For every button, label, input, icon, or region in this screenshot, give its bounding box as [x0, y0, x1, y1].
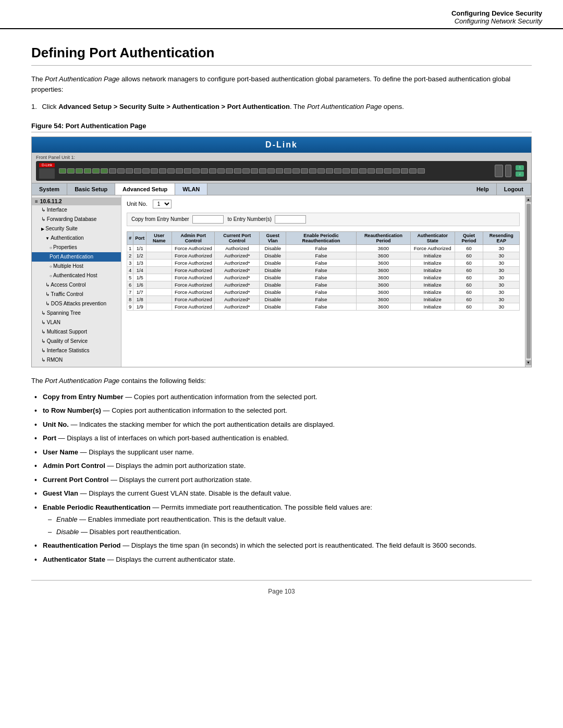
table-cell: 1/5 [133, 274, 146, 281]
sidebar-item-authentication[interactable]: Authentication [32, 233, 121, 243]
table-cell: 3600 [356, 244, 410, 252]
sidebar-item-rmon[interactable]: ↳ RMON [32, 355, 121, 365]
nav-system[interactable]: System [32, 183, 67, 195]
table-cell: 3600 [356, 274, 410, 281]
sub-bullet-item: Disable — Disables port reauthentication… [48, 527, 532, 537]
table-cell: False [286, 259, 357, 266]
table-row: 11/1Force AuthorizedAuthorizedDisableFal… [127, 244, 520, 252]
unit-label: Unit No. [127, 201, 148, 207]
table-cell [146, 303, 172, 310]
col-header-port: Port [133, 231, 146, 244]
screenshot-box: D-Link Front Panel Unit 1: D-Link [31, 137, 532, 367]
bullet-item: Current Port Control — Displays the curr… [31, 475, 532, 485]
table-cell: 3600 [356, 303, 410, 310]
scroll-up[interactable]: ▲ [526, 197, 531, 202]
nav-logout[interactable]: Logout [497, 183, 531, 195]
table-cell: 3600 [356, 281, 410, 288]
table-row: 71/7Force AuthorizedAuthorized*DisableFa… [127, 288, 520, 295]
sidebar-ip: ≡ 10.6.11.2 [32, 198, 121, 205]
col-header-guest: Guest Vlan [260, 231, 286, 244]
table-cell: Disable [260, 244, 286, 252]
unit-select[interactable]: 1 [153, 200, 172, 208]
table-cell: Authorized* [215, 252, 260, 259]
table-cell: 1 [127, 244, 133, 252]
front-panel: Front Panel Unit 1: D-Link [32, 153, 531, 183]
table-cell: 30 [483, 259, 520, 266]
table-cell: Authorized [215, 244, 260, 252]
bullet-item: Reauthentication Period — Displays the t… [31, 540, 532, 551]
table-cell: Force Authorized [172, 303, 215, 310]
table-cell: False [286, 288, 357, 295]
bullet-list: Copy from Entry Number — Copies port aut… [31, 392, 532, 565]
nav-basic-setup[interactable]: Basic Setup [67, 183, 115, 195]
table-row: 41/4Force AuthorizedAuthorized*DisableFa… [127, 266, 520, 274]
col-header-user: User Name [146, 231, 172, 244]
table-cell: 60 [455, 244, 483, 252]
nav-wlan[interactable]: WLAN [175, 183, 207, 195]
bullet-item: Enable Periodic Reauthentication — Permi… [31, 502, 532, 537]
page-footer: Page 103 [31, 580, 532, 600]
sidebar-item-interface[interactable]: ↳ Interface [32, 205, 121, 215]
table-cell: Authorized* [215, 303, 260, 310]
copy-from-input[interactable] [192, 215, 224, 224]
nav-help[interactable]: Help [469, 183, 497, 195]
table-cell: 9 [127, 303, 133, 310]
nav-advanced-setup[interactable]: Advanced Setup [115, 183, 175, 195]
table-row: 61/6Force AuthorizedAuthorized*DisableFa… [127, 281, 520, 288]
bullet-item: User Name — Displays the supplicant user… [31, 447, 532, 458]
table-cell: 1/1 [133, 244, 146, 252]
table-row: 21/2Force AuthorizedAuthorized*DisableFa… [127, 252, 520, 259]
scrollbar[interactable]: ▲ ▼ [525, 195, 531, 367]
table-cell: Authorized* [215, 259, 260, 266]
table-cell: Initialize [410, 266, 455, 274]
sidebar-item-spanning[interactable]: ↳ Spanning Tree [32, 309, 121, 318]
table-cell: Initialize [410, 274, 455, 281]
sidebar-item-vlan[interactable]: ↳ VLAN [32, 318, 121, 327]
page-title: Defining Port Authentication [31, 45, 532, 66]
scroll-thumb[interactable] [527, 204, 531, 359]
table-cell: 3 [127, 259, 133, 266]
sidebar-item-forwarding[interactable]: ↳ Forwarding Database [32, 215, 121, 224]
table-cell [146, 295, 172, 303]
table-cell: 60 [455, 266, 483, 274]
sidebar-item-if-stats[interactable]: ↳ Interface Statistics [32, 346, 121, 355]
sidebar-item-auth-host[interactable]: Authenticated Host [32, 271, 121, 280]
bullet-item: Copy from Entry Number — Copies port aut… [31, 392, 532, 402]
sidebar-item-properties[interactable]: Properties [32, 243, 121, 252]
table-cell: Disable [260, 295, 286, 303]
table-cell: False [286, 274, 357, 281]
sidebar-item-multicast[interactable]: ↳ Multicast Support [32, 327, 121, 337]
table-cell: 60 [455, 259, 483, 266]
table-cell: Disable [260, 252, 286, 259]
sidebar-item-security-suite[interactable]: Security Suite [32, 224, 121, 233]
table-cell: Disable [260, 281, 286, 288]
sidebar-item-multiple-host[interactable]: Multiple Host [32, 262, 121, 271]
col-header-enable: Enable Periodic Reauthentication [286, 231, 357, 244]
table-cell: False [286, 281, 357, 288]
intro-text: The Port Authentication Page allows netw… [31, 74, 532, 94]
scroll-down[interactable]: ▼ [526, 360, 531, 365]
sidebar-item-traffic[interactable]: ↳ Traffic Control [32, 290, 121, 299]
table-cell: False [286, 295, 357, 303]
bullet-item: Admin Port Control — Displays the admin … [31, 461, 532, 471]
panel-arrows: ↑ ↓ [516, 165, 524, 177]
page-number: Page 103 [268, 588, 295, 595]
table-cell: 3600 [356, 288, 410, 295]
table-cell: Disable [260, 274, 286, 281]
table-cell: Force Authorized [172, 244, 215, 252]
bullet-item: Authenticator State — Displays the curre… [31, 554, 532, 565]
nav-bar: System Basic Setup Advanced Setup WLAN H… [32, 183, 531, 195]
sidebar-item-dos[interactable]: ↳ DOS Attacks prevention [32, 299, 121, 309]
sidebar-item-qos[interactable]: ↳ Quality of Service [32, 337, 121, 346]
copy-to-input[interactable] [275, 215, 306, 224]
sidebar-item-access-ctrl[interactable]: ↳ Access Control [32, 280, 121, 290]
table-cell: Force Authorized [172, 266, 215, 274]
table-cell: 60 [455, 274, 483, 281]
table-cell: Authorized* [215, 288, 260, 295]
table-cell: Initialize [410, 295, 455, 303]
front-panel-label: Front Panel Unit 1: [36, 155, 527, 160]
sidebar-item-port-auth[interactable]: Port Authentication [32, 252, 121, 262]
content-panel: Unit No. 1 Copy from Entry Number to Ent… [121, 195, 525, 367]
figure-label: Figure 54: Port Authentication Page [31, 122, 532, 132]
col-header-num: # [127, 231, 133, 244]
